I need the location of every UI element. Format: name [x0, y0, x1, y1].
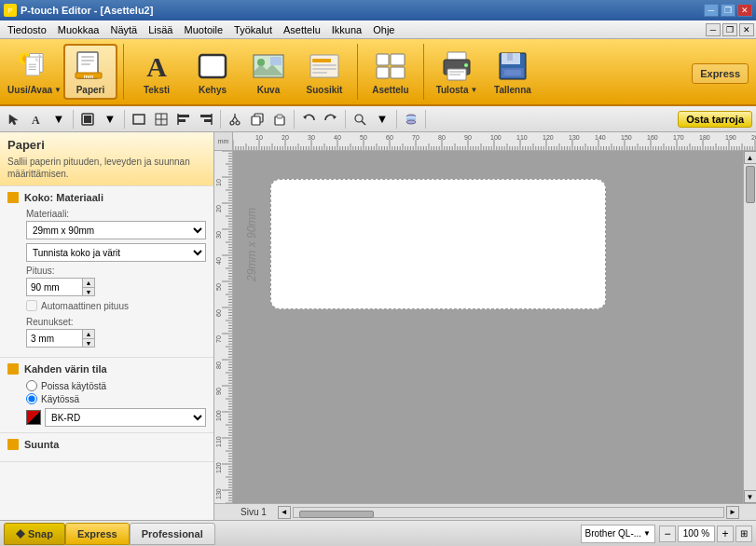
svg-text:A: A — [32, 114, 40, 126]
print-label: Tulosta — [436, 85, 469, 95]
margins-down-button[interactable]: ▼ — [82, 338, 95, 348]
save-button[interactable]: Tallenna — [486, 44, 540, 100]
label-size-text: 29mm x 90mm — [242, 188, 261, 300]
length-up-button[interactable]: ▲ — [82, 278, 95, 287]
length-input[interactable] — [26, 278, 82, 296]
text-dropdown-button[interactable]: ▼ — [48, 109, 69, 130]
buy-sticker-button[interactable]: Osta tarroja — [678, 111, 752, 128]
toolbar-sep-2 — [357, 44, 358, 100]
professional-tab[interactable]: Professional — [130, 523, 215, 545]
table-tool-button[interactable] — [151, 109, 172, 130]
scrollbar-down-button[interactable]: ▼ — [744, 490, 757, 503]
menu-muokkaa[interactable]: Muokkaa — [52, 22, 105, 37]
menu-tiedosto[interactable]: Tiedosto — [2, 22, 52, 37]
zoom-out-button[interactable]: − — [659, 526, 676, 542]
app-restore-button[interactable]: ❐ — [722, 23, 737, 36]
svg-rect-15 — [199, 55, 226, 77]
zoom-expand-button[interactable]: ⊞ — [735, 526, 752, 542]
menu-lisaa[interactable]: Lisää — [143, 22, 178, 37]
printer-selector[interactable]: Brother QL-... ▼ — [581, 525, 656, 543]
two-color-section: Kahden värin tila Poissa käytöstä Käytös… — [0, 358, 213, 433]
tools-sep-1 — [73, 110, 74, 129]
menu-asettelu[interactable]: Asettelu — [278, 22, 326, 37]
svg-rect-47 — [178, 119, 186, 122]
canvas-area-row: 29mm x 90mm ▲ ▼ — [214, 151, 756, 503]
tools-toolbar: A ▼ ▼ — [0, 106, 756, 132]
layout-button[interactable]: Asettelu — [364, 44, 418, 100]
restore-button[interactable]: ❐ — [721, 4, 735, 17]
vertical-ruler — [214, 151, 233, 503]
vertical-scrollbar[interactable]: ▲ ▼ — [743, 151, 756, 503]
two-color-on-label: Käytössä — [41, 394, 79, 404]
zoom-dropdown-button[interactable]: ▼ — [372, 109, 392, 130]
express-mode-button[interactable]: Express — [692, 63, 749, 84]
professional-label: Professional — [142, 528, 203, 539]
express-tab[interactable]: Express — [65, 523, 130, 545]
scrollbar-up-button[interactable]: ▲ — [744, 151, 757, 164]
material-select[interactable]: 29mm x 90mm — [26, 221, 206, 239]
two-color-title: Kahden värin tila — [24, 363, 107, 375]
close-button[interactable]: ✕ — [737, 4, 752, 17]
svg-rect-46 — [178, 115, 189, 117]
title-bar: P P-touch Editor - [Asettelu2] ─ ❐ ✕ — [0, 0, 756, 20]
app-minimize-button[interactable]: ─ — [706, 23, 721, 36]
length-down-button[interactable]: ▼ — [82, 287, 95, 296]
two-color-off-radio[interactable] — [26, 380, 37, 391]
text-icon: A — [140, 49, 173, 83]
copy-button[interactable] — [247, 109, 268, 130]
menu-ikkuna[interactable]: Ikkuna — [326, 22, 367, 37]
align-left-button[interactable] — [173, 109, 194, 130]
scrollbar-right-button[interactable]: ► — [726, 506, 739, 519]
auto-length-checkbox[interactable] — [26, 300, 37, 311]
text-tool-button[interactable]: A — [26, 109, 47, 130]
label-canvas — [270, 179, 606, 309]
layout-label: Asettelu — [372, 85, 408, 95]
align-right-button[interactable] — [196, 109, 216, 130]
text-button[interactable]: A Teksti — [130, 44, 184, 100]
main-area: Paperi Sallii paperin pituuden, leveyden… — [0, 132, 756, 520]
color-swatch — [26, 410, 41, 425]
h-scrollbar-thumb[interactable] — [299, 511, 374, 518]
svg-rect-22 — [312, 68, 337, 70]
scrollbar-left-button[interactable]: ◄ — [278, 506, 291, 519]
app-close-button[interactable]: ✕ — [739, 23, 754, 36]
minimize-button[interactable]: ─ — [704, 4, 719, 17]
menu-tyokalut[interactable]: Työkalut — [228, 22, 278, 37]
print-button[interactable]: Tulosta ▼ — [430, 44, 484, 100]
svg-rect-23 — [312, 72, 327, 74]
menu-ohje[interactable]: Ohje — [367, 22, 400, 37]
frame-button[interactable]: Kehys — [186, 44, 240, 100]
database-button[interactable] — [401, 109, 421, 130]
print-icon — [440, 49, 474, 83]
color-picker-button[interactable] — [77, 109, 98, 130]
select-tool-button[interactable] — [4, 109, 24, 130]
undo-button[interactable] — [298, 109, 319, 130]
margins-input[interactable] — [26, 329, 82, 348]
cut-button[interactable] — [225, 109, 245, 130]
two-color-on-radio[interactable] — [26, 393, 37, 404]
canvas-area[interactable]: 29mm x 90mm — [233, 151, 743, 503]
preset-button[interactable]: Suosikit — [297, 44, 351, 100]
menu-muotoile[interactable]: Muotoile — [178, 22, 228, 37]
snap-tab[interactable]: Snap — [4, 523, 65, 545]
rectangle-tool-button[interactable] — [129, 109, 149, 130]
new-open-button[interactable]: Uusi/Avaa ▼ — [7, 44, 62, 100]
image-button[interactable]: Kuva — [241, 44, 296, 100]
color-select[interactable]: BK-RD — [45, 408, 206, 427]
paper-label: Paperi — [76, 85, 105, 95]
redo-button[interactable] — [321, 109, 341, 130]
svg-line-64 — [362, 121, 365, 125]
panel-description: Sallii paperin pituuden, leveyden ja suu… — [7, 156, 206, 180]
detect-select[interactable]: Tunnista koko ja värit — [26, 243, 206, 262]
scrollbar-thumb[interactable] — [746, 166, 755, 203]
zoom-in-button[interactable]: + — [717, 526, 734, 542]
zoom-tool-button[interactable] — [350, 109, 370, 130]
size-section: Koko: Materiaali Materiaali: 29mm x 90mm… — [0, 186, 213, 358]
svg-rect-50 — [204, 119, 212, 122]
paste-button[interactable] — [269, 109, 290, 130]
color-dropdown-button[interactable]: ▼ — [100, 109, 120, 130]
menu-nayta[interactable]: Näytä — [104, 22, 143, 37]
svg-rect-25 — [391, 54, 405, 65]
margins-up-button[interactable]: ▲ — [82, 329, 95, 338]
paper-button[interactable]: mm Paperi — [63, 44, 117, 100]
